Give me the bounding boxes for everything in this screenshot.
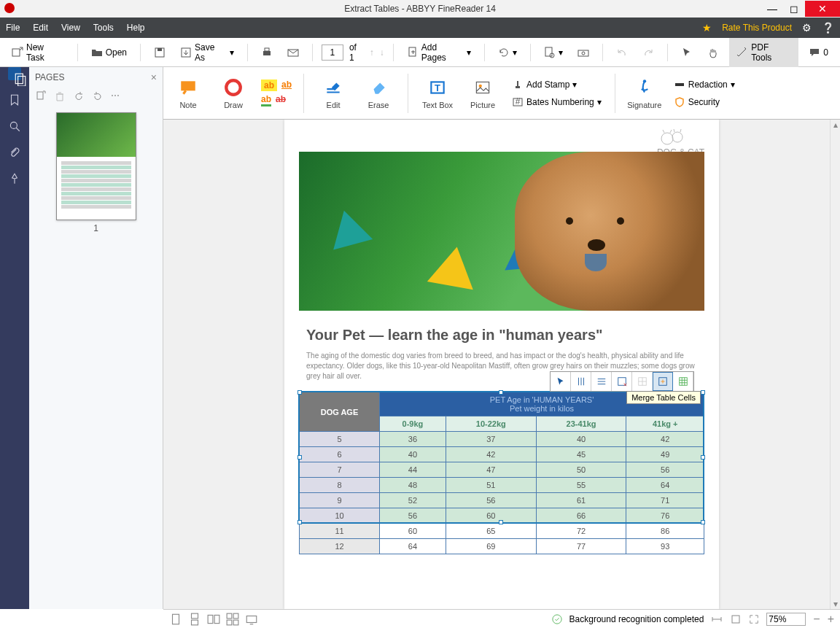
new-task-button[interactable]: New Task <box>7 39 69 66</box>
scroll-up-button[interactable]: ▴ <box>831 120 840 130</box>
close-button[interactable]: ✕ <box>805 1 840 17</box>
menu-file[interactable]: File <box>6 23 20 33</box>
split-cells[interactable] <box>632 372 653 391</box>
maximize-button[interactable]: ◻ <box>783 1 805 17</box>
svg-rect-2 <box>158 48 162 51</box>
document-page[interactable]: DOG & CAT Your Pet — learn the age in "h… <box>284 120 719 609</box>
camera-icon <box>578 47 589 58</box>
underline-tool[interactable]: ab <box>281 80 292 91</box>
signature-tool[interactable]: Signature <box>627 77 662 109</box>
merge-cells[interactable]: Merge Table Cells <box>653 372 673 391</box>
rate-product[interactable]: Rate This Product <box>722 23 792 33</box>
redo-button[interactable] <box>638 44 658 61</box>
pages-tab[interactable] <box>8 67 21 80</box>
draw-tool[interactable]: Draw <box>216 77 251 109</box>
note-tool[interactable]: Note <box>171 77 206 109</box>
svg-rect-15 <box>37 92 43 99</box>
strikethrough-tool[interactable]: ab <box>276 94 286 106</box>
zoom-input[interactable] <box>766 613 806 626</box>
add-horizontal-line[interactable] <box>591 372 612 391</box>
edit-tool[interactable]: Edit <box>316 77 351 109</box>
delete-page-icon[interactable] <box>54 90 66 102</box>
search-tab[interactable] <box>8 120 21 133</box>
table-age-cell: 9 <box>300 493 380 508</box>
add-page-icon[interactable] <box>35 90 47 102</box>
add-vertical-line[interactable] <box>571 372 591 391</box>
snapshot-button[interactable] <box>573 44 594 61</box>
table-cell: 64 <box>380 539 446 554</box>
pdf-tools-button[interactable]: PDF Tools <box>729 38 798 67</box>
data-table[interactable]: DOG AGEPET Age in 'HUMAN YEARS'Pet weigh… <box>299 392 704 554</box>
email-button[interactable] <box>283 44 303 61</box>
page-thumbnail[interactable] <box>56 112 136 220</box>
add-pages-button[interactable]: Add Pages ▾ <box>402 39 476 66</box>
table-cell: 56 <box>626 462 704 478</box>
table-toolbar: Merge Table Cells <box>550 371 694 392</box>
rotate-right-icon[interactable] <box>92 90 104 102</box>
new-task-icon <box>12 47 23 58</box>
erase-tool[interactable]: Erase <box>361 77 396 109</box>
table-pointer-tool[interactable] <box>551 372 571 391</box>
table-cell: 44 <box>380 462 446 478</box>
table-cell: 37 <box>446 432 536 447</box>
table-cell: 50 <box>536 462 626 478</box>
add-stamp-button[interactable]: Add Stamp ▾ <box>510 77 603 92</box>
bookmark-tab[interactable] <box>8 93 21 106</box>
menu-edit[interactable]: Edit <box>33 23 48 33</box>
svg-point-17 <box>226 80 241 95</box>
table-cell: 76 <box>626 508 704 524</box>
table-cell: 60 <box>380 524 446 539</box>
more-icon[interactable]: ⋯ <box>111 90 120 102</box>
page-of-label: of 1 <box>349 42 364 63</box>
menu-tools[interactable]: Tools <box>93 23 114 33</box>
view-presentation[interactable] <box>245 613 258 626</box>
pointer-tool[interactable] <box>677 44 697 61</box>
table-properties[interactable] <box>673 372 693 391</box>
gear-icon[interactable]: ⚙ <box>802 22 812 34</box>
open-button[interactable]: Open <box>87 44 131 61</box>
page-up-button[interactable]: ↑ <box>370 47 374 58</box>
help-icon[interactable]: ❔ <box>822 22 834 34</box>
view-continuous[interactable] <box>188 613 201 626</box>
table-age-cell: 6 <box>300 447 380 462</box>
menu-help[interactable]: Help <box>127 23 145 33</box>
zoom-in-button[interactable]: + <box>828 613 834 626</box>
view-single-page[interactable] <box>169 613 182 626</box>
table-cell: 36 <box>380 432 446 447</box>
menu-view[interactable]: View <box>61 23 80 33</box>
delete-line[interactable] <box>612 372 632 391</box>
comments-button[interactable]: 0 <box>804 44 833 61</box>
print-button[interactable] <box>257 44 277 61</box>
attachments-tab[interactable] <box>8 146 21 159</box>
zoom-out-button[interactable]: − <box>813 613 820 626</box>
view-two-continuous[interactable] <box>226 613 239 626</box>
search-doc-button[interactable]: ▾ <box>540 44 567 61</box>
bates-icon: # <box>512 96 524 108</box>
save-button[interactable] <box>149 44 170 61</box>
text-box-tool[interactable]: T Text Box <box>420 77 455 109</box>
view-two-page[interactable] <box>207 613 220 626</box>
page-down-button[interactable]: ↓ <box>380 47 384 58</box>
redaction-button[interactable]: Redaction ▾ <box>672 77 736 92</box>
search-doc-icon <box>544 47 556 58</box>
scroll-down-button[interactable]: ▾ <box>831 599 840 609</box>
minimize-button[interactable]: — <box>761 1 783 17</box>
rotate-left-icon[interactable] <box>73 90 85 102</box>
undo-button[interactable] <box>612 44 632 61</box>
bates-button[interactable]: # Bates Numbering ▾ <box>510 95 603 109</box>
page-number-input[interactable] <box>322 44 343 61</box>
highlight-yellow[interactable]: ab <box>261 80 277 91</box>
signatures-tab[interactable] <box>8 172 21 185</box>
fullscreen-button[interactable] <box>749 614 759 624</box>
fit-width-button[interactable] <box>711 614 723 624</box>
hand-tool[interactable] <box>703 44 723 61</box>
security-button[interactable]: Security <box>672 95 736 109</box>
rotate-button[interactable]: ▾ <box>494 44 521 61</box>
open-label: Open <box>106 47 127 58</box>
save-as-button[interactable]: Save As ▾ <box>176 39 238 66</box>
fit-page-button[interactable] <box>730 614 742 624</box>
picture-tool[interactable]: Picture <box>465 77 500 109</box>
highlight-green[interactable]: ab <box>261 94 271 106</box>
table-cell: 77 <box>536 539 626 554</box>
close-panel-icon[interactable]: × <box>151 71 157 83</box>
